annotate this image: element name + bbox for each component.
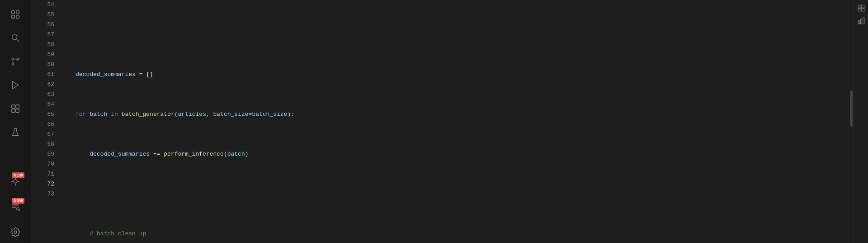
editor-container: 54 55 56 57 58 59 60 61 62 63 64 65 66 6… — [31, 0, 854, 243]
code-line-54 — [61, 30, 844, 40]
token-articles: articles — [178, 111, 206, 118]
code-line-57: decoded_summaries += perform_inference(b… — [61, 149, 844, 159]
extensions-icon[interactable] — [5, 98, 26, 119]
token-paren-close: ): — [287, 111, 294, 118]
code-line-55: decoded_summaries = [] — [61, 70, 844, 80]
svg-rect-11 — [16, 105, 19, 108]
line-num-58: 58 — [34, 40, 54, 50]
svg-rect-2 — [12, 15, 14, 18]
line-num-62: 62 — [34, 80, 54, 90]
svg-rect-22 — [858, 5, 861, 8]
git-icon[interactable]: NEW — [5, 171, 26, 192]
search-icon[interactable] — [5, 27, 26, 49]
line-num-68: 68 — [34, 139, 54, 149]
new-badge-2: NEW — [12, 198, 24, 204]
token-batch-size-param: batch_size — [213, 111, 249, 118]
line-num-69: 69 — [34, 149, 54, 159]
svg-point-19 — [17, 208, 19, 210]
code-area: 54 55 56 57 58 59 60 61 62 63 64 65 66 6… — [31, 0, 854, 243]
svg-line-20 — [19, 210, 20, 211]
token-batch-generator: batch_generator — [122, 111, 175, 118]
token-batch-size-val: batch_size — [252, 111, 287, 118]
line-num-64: 64 — [34, 100, 54, 110]
svg-line-5 — [17, 39, 19, 42]
token-plus-assign: += — [150, 151, 164, 157]
svg-rect-1 — [16, 11, 19, 14]
svg-point-8 — [12, 63, 14, 65]
line-num-55: 55 — [34, 10, 54, 20]
svg-rect-12 — [12, 109, 15, 112]
token-in: in — [111, 111, 118, 118]
token-paren: ( — [175, 111, 178, 118]
token-decoded-summaries2: decoded_summaries — [90, 151, 150, 157]
line-num-57: 57 — [34, 30, 54, 40]
token-paren2: ( — [224, 151, 227, 157]
code-content[interactable]: decoded_summaries = [] for batch in batc… — [58, 0, 847, 243]
explorer-icon[interactable] — [5, 4, 26, 25]
line-num-67: 67 — [34, 129, 54, 139]
svg-rect-26 — [858, 21, 859, 24]
line-num-65: 65 — [34, 110, 54, 119]
run-debug-icon[interactable] — [5, 74, 26, 96]
token-paren2-close: ) — [245, 151, 249, 157]
svg-rect-28 — [863, 18, 864, 24]
code-line-58 — [61, 189, 844, 199]
token-batch: batch — [90, 111, 107, 118]
svg-rect-25 — [861, 9, 864, 11]
line-numbers: 54 55 56 57 58 59 60 61 62 63 64 65 66 6… — [31, 0, 58, 243]
token-bracket: [] — [146, 71, 153, 78]
new-badge-1: NEW — [12, 172, 24, 178]
token-decoded-summaries: decoded_summaries — [75, 71, 136, 78]
line-num-56: 56 — [34, 20, 54, 30]
scrollbar-thumb — [850, 91, 853, 127]
token-perform-inference: perform_inference — [164, 151, 224, 157]
settings-icon[interactable] — [5, 221, 26, 243]
line-num-72: 72 — [34, 179, 54, 189]
line-num-71: 71 — [34, 169, 54, 179]
token-batch2: batch — [227, 151, 245, 157]
activity-bar: NEW NEW — [0, 0, 31, 243]
extensions2-icon[interactable]: NEW — [5, 196, 26, 218]
scrollbar[interactable] — [847, 0, 854, 243]
token-assign: = — [136, 71, 146, 78]
source-control-icon[interactable] — [5, 51, 26, 72]
right-panel — [854, 0, 868, 243]
line-num-66: 66 — [34, 119, 54, 129]
svg-rect-27 — [860, 19, 862, 24]
svg-rect-13 — [16, 109, 19, 112]
chart-icon[interactable] — [855, 14, 868, 27]
layout-icon[interactable] — [855, 2, 868, 14]
line-num-73: 73 — [34, 189, 54, 199]
svg-point-4 — [12, 35, 17, 40]
line-num-63: 63 — [34, 90, 54, 100]
code-line-56: for batch in batch_generator(articles, b… — [61, 110, 844, 119]
line-num-61: 61 — [34, 70, 54, 80]
svg-rect-24 — [858, 9, 861, 11]
line-num-54: 54 — [34, 0, 54, 10]
svg-point-6 — [12, 58, 14, 60]
line-num-70: 70 — [34, 159, 54, 169]
flask-icon[interactable] — [5, 121, 26, 143]
token-for: for — [75, 111, 86, 118]
svg-rect-0 — [12, 11, 14, 14]
line-num-60: 60 — [34, 60, 54, 70]
code-line-59: # batch clean up — [61, 229, 844, 239]
svg-point-21 — [14, 231, 17, 233]
svg-rect-3 — [16, 15, 19, 18]
token-comment-batch-cleanup: # batch clean up — [90, 230, 146, 237]
token-comma: , — [206, 111, 213, 118]
svg-rect-23 — [861, 5, 864, 8]
svg-rect-10 — [12, 105, 15, 108]
svg-marker-9 — [13, 81, 19, 89]
line-num-59: 59 — [34, 50, 54, 60]
svg-point-14 — [14, 180, 17, 183]
